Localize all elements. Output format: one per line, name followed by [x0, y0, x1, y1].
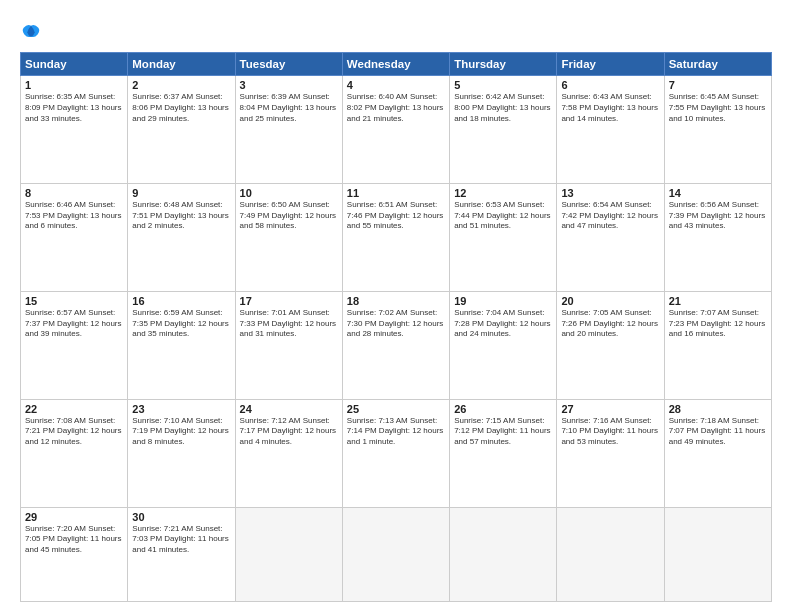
day-number: 19 [454, 295, 552, 307]
day-info: Sunrise: 7:16 AM Sunset: 7:10 PM Dayligh… [561, 416, 659, 448]
day-number: 7 [669, 79, 767, 91]
day-info: Sunrise: 7:21 AM Sunset: 7:03 PM Dayligh… [132, 524, 230, 556]
day-number: 16 [132, 295, 230, 307]
calendar-cell: 14Sunrise: 6:56 AM Sunset: 7:39 PM Dayli… [664, 183, 771, 291]
day-info: Sunrise: 6:54 AM Sunset: 7:42 PM Dayligh… [561, 200, 659, 232]
day-info: Sunrise: 7:01 AM Sunset: 7:33 PM Dayligh… [240, 308, 338, 340]
day-info: Sunrise: 7:20 AM Sunset: 7:05 PM Dayligh… [25, 524, 123, 556]
day-number: 17 [240, 295, 338, 307]
day-info: Sunrise: 6:59 AM Sunset: 7:35 PM Dayligh… [132, 308, 230, 340]
calendar-week-row: 8Sunrise: 6:46 AM Sunset: 7:53 PM Daylig… [21, 183, 772, 291]
calendar-week-row: 22Sunrise: 7:08 AM Sunset: 7:21 PM Dayli… [21, 399, 772, 507]
day-info: Sunrise: 7:07 AM Sunset: 7:23 PM Dayligh… [669, 308, 767, 340]
calendar-cell: 25Sunrise: 7:13 AM Sunset: 7:14 PM Dayli… [342, 399, 449, 507]
day-number: 30 [132, 511, 230, 523]
calendar-cell: 19Sunrise: 7:04 AM Sunset: 7:28 PM Dayli… [450, 291, 557, 399]
day-info: Sunrise: 6:50 AM Sunset: 7:49 PM Dayligh… [240, 200, 338, 232]
day-info: Sunrise: 7:04 AM Sunset: 7:28 PM Dayligh… [454, 308, 552, 340]
day-number: 20 [561, 295, 659, 307]
day-number: 14 [669, 187, 767, 199]
calendar-cell: 18Sunrise: 7:02 AM Sunset: 7:30 PM Dayli… [342, 291, 449, 399]
calendar-cell [450, 507, 557, 601]
page: SundayMondayTuesdayWednesdayThursdayFrid… [0, 0, 792, 612]
logo [20, 22, 45, 44]
calendar-cell: 6Sunrise: 6:43 AM Sunset: 7:58 PM Daylig… [557, 76, 664, 184]
calendar-cell [342, 507, 449, 601]
day-info: Sunrise: 7:12 AM Sunset: 7:17 PM Dayligh… [240, 416, 338, 448]
calendar-cell: 28Sunrise: 7:18 AM Sunset: 7:07 PM Dayli… [664, 399, 771, 507]
weekday-header: Sunday [21, 53, 128, 76]
day-number: 28 [669, 403, 767, 415]
day-number: 12 [454, 187, 552, 199]
day-number: 22 [25, 403, 123, 415]
calendar-cell [235, 507, 342, 601]
calendar-cell: 10Sunrise: 6:50 AM Sunset: 7:49 PM Dayli… [235, 183, 342, 291]
day-number: 5 [454, 79, 552, 91]
weekday-header: Tuesday [235, 53, 342, 76]
day-info: Sunrise: 7:05 AM Sunset: 7:26 PM Dayligh… [561, 308, 659, 340]
calendar-cell: 3Sunrise: 6:39 AM Sunset: 8:04 PM Daylig… [235, 76, 342, 184]
calendar-cell: 4Sunrise: 6:40 AM Sunset: 8:02 PM Daylig… [342, 76, 449, 184]
weekday-header: Wednesday [342, 53, 449, 76]
day-number: 1 [25, 79, 123, 91]
day-info: Sunrise: 6:53 AM Sunset: 7:44 PM Dayligh… [454, 200, 552, 232]
calendar-cell: 8Sunrise: 6:46 AM Sunset: 7:53 PM Daylig… [21, 183, 128, 291]
calendar-cell: 29Sunrise: 7:20 AM Sunset: 7:05 PM Dayli… [21, 507, 128, 601]
day-number: 8 [25, 187, 123, 199]
day-number: 23 [132, 403, 230, 415]
calendar-cell: 11Sunrise: 6:51 AM Sunset: 7:46 PM Dayli… [342, 183, 449, 291]
calendar-cell: 2Sunrise: 6:37 AM Sunset: 8:06 PM Daylig… [128, 76, 235, 184]
day-number: 4 [347, 79, 445, 91]
calendar-cell: 22Sunrise: 7:08 AM Sunset: 7:21 PM Dayli… [21, 399, 128, 507]
day-number: 26 [454, 403, 552, 415]
calendar-cell: 26Sunrise: 7:15 AM Sunset: 7:12 PM Dayli… [450, 399, 557, 507]
day-number: 25 [347, 403, 445, 415]
calendar-cell: 15Sunrise: 6:57 AM Sunset: 7:37 PM Dayli… [21, 291, 128, 399]
day-info: Sunrise: 6:45 AM Sunset: 7:55 PM Dayligh… [669, 92, 767, 124]
calendar-cell [664, 507, 771, 601]
calendar-cell: 23Sunrise: 7:10 AM Sunset: 7:19 PM Dayli… [128, 399, 235, 507]
day-info: Sunrise: 7:02 AM Sunset: 7:30 PM Dayligh… [347, 308, 445, 340]
day-info: Sunrise: 6:46 AM Sunset: 7:53 PM Dayligh… [25, 200, 123, 232]
day-info: Sunrise: 7:13 AM Sunset: 7:14 PM Dayligh… [347, 416, 445, 448]
weekday-header: Saturday [664, 53, 771, 76]
day-number: 24 [240, 403, 338, 415]
day-info: Sunrise: 7:15 AM Sunset: 7:12 PM Dayligh… [454, 416, 552, 448]
calendar-cell: 13Sunrise: 6:54 AM Sunset: 7:42 PM Dayli… [557, 183, 664, 291]
calendar-cell: 27Sunrise: 7:16 AM Sunset: 7:10 PM Dayli… [557, 399, 664, 507]
day-number: 27 [561, 403, 659, 415]
day-info: Sunrise: 6:40 AM Sunset: 8:02 PM Dayligh… [347, 92, 445, 124]
day-number: 11 [347, 187, 445, 199]
weekday-header-row: SundayMondayTuesdayWednesdayThursdayFrid… [21, 53, 772, 76]
day-info: Sunrise: 6:39 AM Sunset: 8:04 PM Dayligh… [240, 92, 338, 124]
weekday-header: Monday [128, 53, 235, 76]
day-info: Sunrise: 6:48 AM Sunset: 7:51 PM Dayligh… [132, 200, 230, 232]
day-number: 21 [669, 295, 767, 307]
calendar-cell: 5Sunrise: 6:42 AM Sunset: 8:00 PM Daylig… [450, 76, 557, 184]
day-info: Sunrise: 7:10 AM Sunset: 7:19 PM Dayligh… [132, 416, 230, 448]
logo-icon [20, 22, 42, 44]
calendar-week-row: 29Sunrise: 7:20 AM Sunset: 7:05 PM Dayli… [21, 507, 772, 601]
calendar-week-row: 15Sunrise: 6:57 AM Sunset: 7:37 PM Dayli… [21, 291, 772, 399]
weekday-header: Friday [557, 53, 664, 76]
day-info: Sunrise: 6:35 AM Sunset: 8:09 PM Dayligh… [25, 92, 123, 124]
calendar-table: SundayMondayTuesdayWednesdayThursdayFrid… [20, 52, 772, 602]
calendar-cell [557, 507, 664, 601]
calendar-cell: 7Sunrise: 6:45 AM Sunset: 7:55 PM Daylig… [664, 76, 771, 184]
calendar-cell: 24Sunrise: 7:12 AM Sunset: 7:17 PM Dayli… [235, 399, 342, 507]
calendar-cell: 1Sunrise: 6:35 AM Sunset: 8:09 PM Daylig… [21, 76, 128, 184]
header [20, 18, 772, 44]
day-number: 2 [132, 79, 230, 91]
day-info: Sunrise: 6:37 AM Sunset: 8:06 PM Dayligh… [132, 92, 230, 124]
weekday-header: Thursday [450, 53, 557, 76]
day-number: 6 [561, 79, 659, 91]
day-number: 9 [132, 187, 230, 199]
day-number: 3 [240, 79, 338, 91]
day-number: 29 [25, 511, 123, 523]
calendar-cell: 12Sunrise: 6:53 AM Sunset: 7:44 PM Dayli… [450, 183, 557, 291]
day-info: Sunrise: 7:08 AM Sunset: 7:21 PM Dayligh… [25, 416, 123, 448]
calendar-cell: 16Sunrise: 6:59 AM Sunset: 7:35 PM Dayli… [128, 291, 235, 399]
day-info: Sunrise: 6:57 AM Sunset: 7:37 PM Dayligh… [25, 308, 123, 340]
day-info: Sunrise: 7:18 AM Sunset: 7:07 PM Dayligh… [669, 416, 767, 448]
day-info: Sunrise: 6:51 AM Sunset: 7:46 PM Dayligh… [347, 200, 445, 232]
